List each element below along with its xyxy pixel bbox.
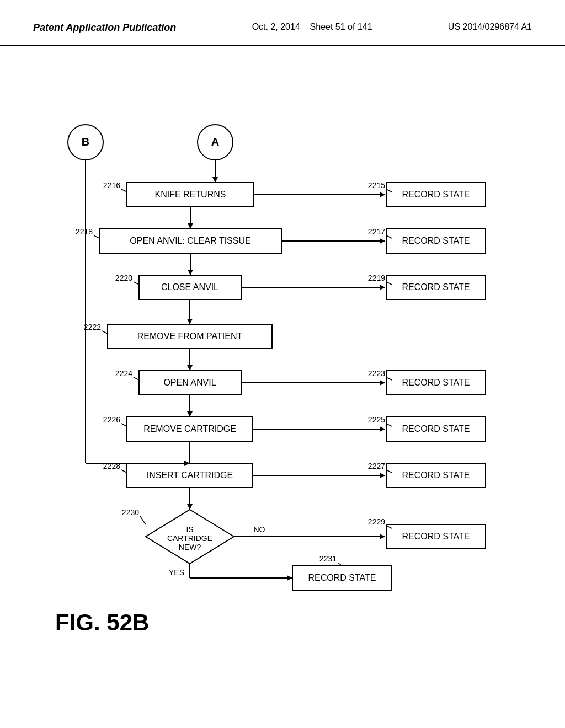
svg-marker-39 [187, 411, 193, 417]
svg-marker-55 [380, 473, 385, 478]
svg-marker-61 [380, 534, 385, 539]
svg-marker-37 [380, 380, 385, 386]
label-2215: 2215 [368, 181, 385, 190]
close-anvil-label: CLOSE ANVIL [161, 282, 218, 292]
diamond-is-label: IS [186, 525, 193, 534]
record-state-2223-label: RECORD STATE [402, 378, 470, 387]
yes-label: YES [169, 568, 184, 577]
diagram-area: B A KNIFE RETURNS 2216 RECORD STATE 2215… [0, 46, 565, 652]
remove-cartridge-label: REMOVE CARTRIDGE [143, 424, 236, 433]
label-2224: 2224 [115, 369, 132, 378]
label-2228: 2228 [103, 462, 120, 470]
figure-label: FIG. 52B [55, 609, 149, 636]
svg-marker-17 [380, 238, 385, 244]
record-state-2215-label: RECORD STATE [402, 190, 470, 199]
knife-returns-label: KNIFE RETURNS [155, 190, 226, 199]
label-2225: 2225 [368, 415, 385, 424]
svg-line-63 [386, 526, 392, 528]
node-b-label: B [82, 136, 89, 148]
svg-marker-57 [187, 504, 193, 510]
svg-line-23 [386, 282, 392, 285]
svg-marker-9 [380, 192, 385, 197]
svg-marker-19 [188, 270, 193, 275]
label-2229: 2229 [368, 517, 385, 526]
label-2220: 2220 [115, 274, 132, 282]
svg-line-59 [140, 516, 146, 524]
svg-line-43 [386, 424, 392, 426]
record-state-2229-label: RECORD STATE [402, 532, 470, 541]
svg-marker-45 [380, 426, 385, 432]
label-2216: 2216 [103, 181, 120, 190]
diamond-new-label: NEW? [179, 543, 201, 552]
label-2226: 2226 [103, 415, 120, 424]
svg-line-5 [121, 189, 127, 192]
record-state-2231-label: RECORD STATE [308, 573, 376, 582]
header-center: Oct. 2, 2014 Sheet 51 of 141 [252, 22, 372, 32]
label-2222: 2222 [84, 323, 101, 331]
date-label: Oct. 2, 2014 [252, 22, 300, 31]
record-state-2217-label: RECORD STATE [402, 236, 470, 245]
svg-line-29 [102, 331, 108, 334]
label-2230: 2230 [122, 508, 139, 517]
publication-label: Patent Application Publication [33, 22, 176, 34]
sheet-label: Sheet 51 of 141 [310, 22, 372, 31]
svg-marker-66 [287, 575, 292, 581]
label-2219: 2219 [368, 274, 385, 282]
svg-line-51 [121, 470, 127, 473]
label-2227: 2227 [368, 462, 385, 470]
label-2218: 2218 [76, 227, 93, 236]
record-state-2225-label: RECORD STATE [402, 424, 470, 433]
svg-marker-11 [188, 223, 193, 229]
svg-line-53 [386, 470, 392, 473]
no-label: NO [254, 525, 265, 534]
remove-from-patient-label: REMOVE FROM PATIENT [137, 331, 243, 341]
record-state-2219-label: RECORD STATE [402, 282, 470, 292]
svg-marker-27 [187, 319, 193, 324]
node-a-label: A [211, 136, 219, 148]
svg-marker-31 [187, 365, 193, 371]
svg-marker-25 [380, 285, 385, 290]
svg-line-35 [386, 377, 392, 380]
label-2217: 2217 [368, 227, 385, 236]
svg-marker-3 [212, 177, 218, 183]
insert-cartridge-label: INSERT CARTRIDGE [147, 470, 233, 480]
diamond-cartridge-label: CARTRIDGE [167, 534, 212, 543]
label-2231: 2231 [319, 554, 337, 563]
patent-number: US 2014/0296874 A1 [448, 22, 532, 32]
label-2223: 2223 [368, 369, 385, 378]
open-anvil-clear-label: OPEN ANVIL: CLEAR TISSUE [130, 236, 250, 245]
svg-line-13 [94, 235, 99, 238]
svg-line-21 [134, 282, 139, 285]
open-anvil-label: OPEN ANVIL [163, 378, 216, 387]
svg-line-41 [121, 424, 127, 426]
svg-line-15 [386, 235, 392, 238]
page-header: Patent Application Publication Oct. 2, 2… [0, 0, 565, 46]
svg-line-33 [134, 377, 139, 380]
flowchart-svg: B A KNIFE RETURNS 2216 RECORD STATE 2215… [0, 46, 565, 625]
svg-line-7 [386, 189, 392, 192]
record-state-2227-label: RECORD STATE [402, 470, 470, 480]
